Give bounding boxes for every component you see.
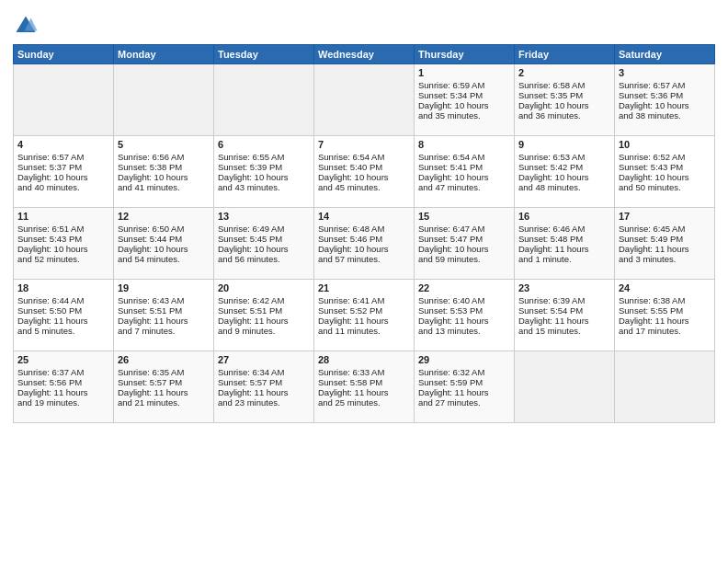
day-info: Daylight: 10 hours bbox=[418, 100, 510, 110]
day-info: Daylight: 10 hours bbox=[118, 244, 210, 254]
day-info: Sunrise: 6:48 AM bbox=[318, 224, 410, 234]
day-info: Sunrise: 6:54 AM bbox=[418, 152, 510, 162]
day-info: and 50 minutes. bbox=[619, 182, 711, 192]
weekday-header: Saturday bbox=[615, 45, 715, 64]
day-info: Sunset: 5:38 PM bbox=[118, 162, 210, 172]
day-info: Daylight: 11 hours bbox=[218, 387, 310, 397]
day-info: Daylight: 10 hours bbox=[518, 172, 610, 182]
calendar-cell: 23Sunrise: 6:39 AMSunset: 5:54 PMDayligh… bbox=[515, 280, 615, 351]
calendar-cell: 1Sunrise: 6:59 AMSunset: 5:34 PMDaylight… bbox=[415, 64, 515, 136]
day-info: and 54 minutes. bbox=[118, 254, 210, 264]
calendar-cell bbox=[214, 64, 314, 136]
calendar-cell bbox=[14, 64, 114, 136]
day-info: Sunrise: 6:37 AM bbox=[17, 367, 109, 377]
calendar-cell: 2Sunrise: 6:58 AMSunset: 5:35 PMDaylight… bbox=[515, 64, 615, 136]
weekday-header: Thursday bbox=[415, 45, 515, 64]
day-info: Sunrise: 6:39 AM bbox=[518, 295, 610, 305]
day-info: Sunset: 5:44 PM bbox=[118, 234, 210, 244]
day-info: Daylight: 11 hours bbox=[518, 244, 610, 254]
day-number: 7 bbox=[318, 139, 410, 150]
day-info: Sunset: 5:41 PM bbox=[418, 162, 510, 172]
day-info: and 36 minutes. bbox=[518, 110, 610, 121]
day-info: Daylight: 10 hours bbox=[17, 244, 109, 254]
day-info: Sunrise: 6:33 AM bbox=[318, 367, 410, 377]
day-info: Sunrise: 6:57 AM bbox=[619, 80, 711, 90]
day-info: Sunrise: 6:56 AM bbox=[118, 152, 210, 162]
day-number: 8 bbox=[418, 139, 510, 150]
day-number: 4 bbox=[17, 139, 109, 150]
calendar-cell: 16Sunrise: 6:46 AMSunset: 5:48 PMDayligh… bbox=[515, 208, 615, 280]
day-info: Sunrise: 6:41 AM bbox=[318, 295, 410, 305]
day-info: Daylight: 10 hours bbox=[418, 244, 510, 254]
day-info: Sunrise: 6:45 AM bbox=[619, 224, 711, 234]
day-info: Sunset: 5:43 PM bbox=[17, 234, 109, 244]
day-number: 25 bbox=[17, 354, 109, 365]
day-info: Daylight: 10 hours bbox=[619, 100, 711, 110]
day-number: 14 bbox=[318, 211, 410, 222]
day-info: and 21 minutes. bbox=[118, 397, 210, 408]
day-info: Daylight: 10 hours bbox=[518, 100, 610, 110]
calendar-week-row: 18Sunrise: 6:44 AMSunset: 5:50 PMDayligh… bbox=[14, 280, 715, 351]
day-info: and 27 minutes. bbox=[418, 397, 510, 408]
day-info: Sunset: 5:54 PM bbox=[518, 305, 610, 316]
day-info: Daylight: 11 hours bbox=[619, 316, 711, 326]
day-info: Sunset: 5:48 PM bbox=[518, 234, 610, 244]
calendar-cell: 7Sunrise: 6:54 AMSunset: 5:40 PMDaylight… bbox=[314, 136, 415, 208]
day-info: and 3 minutes. bbox=[619, 254, 711, 264]
day-info: Sunrise: 6:44 AM bbox=[17, 295, 109, 305]
calendar-cell: 19Sunrise: 6:43 AMSunset: 5:51 PMDayligh… bbox=[114, 280, 214, 351]
day-info: Sunrise: 6:42 AM bbox=[218, 295, 310, 305]
day-info: and 47 minutes. bbox=[418, 182, 510, 192]
day-info: and 40 minutes. bbox=[17, 182, 109, 192]
day-number: 13 bbox=[218, 211, 310, 222]
day-info: Daylight: 10 hours bbox=[218, 172, 310, 182]
day-info: Daylight: 11 hours bbox=[418, 387, 510, 397]
logo bbox=[13, 13, 41, 39]
calendar-cell: 14Sunrise: 6:48 AMSunset: 5:46 PMDayligh… bbox=[314, 208, 415, 280]
weekday-header: Wednesday bbox=[314, 45, 415, 64]
day-info: Daylight: 11 hours bbox=[17, 387, 109, 397]
calendar-cell: 9Sunrise: 6:53 AMSunset: 5:42 PMDaylight… bbox=[515, 136, 615, 208]
calendar-cell bbox=[314, 64, 415, 136]
day-info: Sunrise: 6:47 AM bbox=[418, 224, 510, 234]
day-info: Sunset: 5:51 PM bbox=[118, 305, 210, 316]
day-info: Sunset: 5:51 PM bbox=[218, 305, 310, 316]
day-info: Sunrise: 6:52 AM bbox=[619, 152, 711, 162]
day-number: 28 bbox=[318, 354, 410, 365]
day-number: 3 bbox=[619, 67, 711, 78]
day-info: Sunset: 5:55 PM bbox=[619, 305, 711, 316]
day-info: Sunset: 5:52 PM bbox=[318, 305, 410, 316]
calendar-cell: 6Sunrise: 6:55 AMSunset: 5:39 PMDaylight… bbox=[214, 136, 314, 208]
day-info: Daylight: 10 hours bbox=[418, 172, 510, 182]
day-number: 2 bbox=[518, 67, 610, 78]
calendar-cell: 18Sunrise: 6:44 AMSunset: 5:50 PMDayligh… bbox=[14, 280, 114, 351]
weekday-row: SundayMondayTuesdayWednesdayThursdayFrid… bbox=[14, 45, 715, 64]
day-info: Daylight: 10 hours bbox=[619, 172, 711, 182]
day-info: and 7 minutes. bbox=[118, 326, 210, 336]
day-info: Daylight: 10 hours bbox=[17, 172, 109, 182]
day-info: Sunset: 5:57 PM bbox=[118, 377, 210, 387]
day-number: 18 bbox=[17, 282, 109, 293]
day-info: Daylight: 11 hours bbox=[118, 316, 210, 326]
day-number: 1 bbox=[418, 67, 510, 78]
day-info: Sunset: 5:45 PM bbox=[218, 234, 310, 244]
day-info: and 17 minutes. bbox=[619, 326, 711, 336]
day-info: Sunrise: 6:46 AM bbox=[518, 224, 610, 234]
day-info: and 56 minutes. bbox=[218, 254, 310, 264]
day-number: 16 bbox=[518, 211, 610, 222]
day-info: Sunrise: 6:34 AM bbox=[218, 367, 310, 377]
day-info: and 38 minutes. bbox=[619, 110, 711, 121]
calendar-cell: 11Sunrise: 6:51 AMSunset: 5:43 PMDayligh… bbox=[14, 208, 114, 280]
day-info: Sunset: 5:56 PM bbox=[17, 377, 109, 387]
weekday-header: Monday bbox=[114, 45, 214, 64]
day-info: and 1 minute. bbox=[518, 254, 610, 264]
calendar-table: SundayMondayTuesdayWednesdayThursdayFrid… bbox=[13, 44, 715, 423]
day-info: and 19 minutes. bbox=[17, 397, 109, 408]
calendar-cell: 12Sunrise: 6:50 AMSunset: 5:44 PMDayligh… bbox=[114, 208, 214, 280]
day-info: Sunrise: 6:54 AM bbox=[318, 152, 410, 162]
day-info: and 57 minutes. bbox=[318, 254, 410, 264]
day-number: 15 bbox=[418, 211, 510, 222]
day-info: Sunrise: 6:57 AM bbox=[17, 152, 109, 162]
calendar-cell bbox=[515, 351, 615, 423]
day-info: and 48 minutes. bbox=[518, 182, 610, 192]
